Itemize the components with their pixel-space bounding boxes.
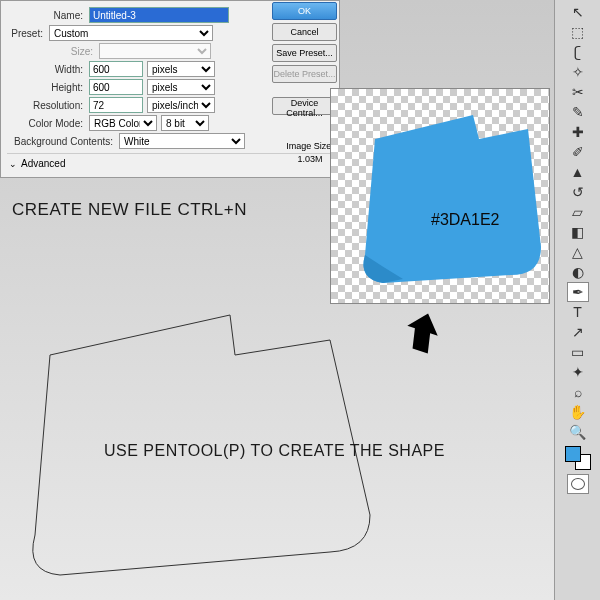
type-tool[interactable]: T — [567, 302, 589, 322]
foreground-swatch[interactable] — [565, 446, 581, 462]
move-tool[interactable]: ↖ — [567, 2, 589, 22]
3d-tool[interactable]: ✦ — [567, 362, 589, 382]
size-select — [99, 43, 211, 59]
blur-tool[interactable]: △ — [567, 242, 589, 262]
name-label: Name: — [7, 10, 89, 21]
arrow-icon — [400, 310, 440, 354]
path-select-tool[interactable]: ↗ — [567, 322, 589, 342]
width-label: Width: — [7, 64, 89, 75]
resolution-input[interactable] — [89, 97, 143, 113]
blue-shape-icon — [353, 107, 543, 287]
preset-label: Preset: — [7, 28, 49, 39]
bit-depth-select[interactable]: 8 bit — [161, 115, 209, 131]
history-brush-tool[interactable]: ↺ — [567, 182, 589, 202]
height-unit-select[interactable]: pixels — [147, 79, 215, 95]
bg-contents-select[interactable]: White — [119, 133, 245, 149]
ok-button[interactable]: OK — [272, 2, 337, 20]
delete-preset-button: Delete Preset... — [272, 65, 337, 83]
shape-tool[interactable]: ▭ — [567, 342, 589, 362]
3d-camera-tool[interactable]: ⌕ — [567, 382, 589, 402]
device-central-button[interactable]: Device Central... — [272, 97, 337, 115]
width-input[interactable] — [89, 61, 143, 77]
shape-preview-panel: #3DA1E2 — [330, 88, 550, 304]
width-unit-select[interactable]: pixels — [147, 61, 215, 77]
dialog-buttons: OK Cancel Save Preset... Delete Preset..… — [272, 2, 337, 115]
advanced-label: Advanced — [21, 158, 65, 169]
chevron-down-icon: ⌄ — [9, 159, 17, 169]
pentool-outline-shape — [0, 300, 380, 580]
annotation-pentool: USE PENTOOL(P) TO CREATE THE SHAPE — [104, 442, 445, 460]
lasso-tool[interactable]: ʗ — [567, 42, 589, 62]
zoom-tool[interactable]: 🔍 — [567, 422, 589, 442]
resolution-unit-select[interactable]: pixels/inch — [147, 97, 215, 113]
brush-tool[interactable]: ✐ — [567, 142, 589, 162]
quick-mask-button[interactable] — [567, 474, 589, 494]
height-label: Height: — [7, 82, 89, 93]
resolution-label: Resolution: — [7, 100, 89, 111]
color-mode-label: Color Mode: — [7, 118, 89, 129]
dodge-tool[interactable]: ◐ — [567, 262, 589, 282]
tools-panel: ↖⬚ʗ✧✂✎✚✐▲↺▱◧△◐✒T↗▭✦⌕✋🔍 — [554, 0, 600, 600]
wand-tool[interactable]: ✧ — [567, 62, 589, 82]
stamp-tool[interactable]: ▲ — [567, 162, 589, 182]
color-mode-select[interactable]: RGB Color — [89, 115, 157, 131]
eraser-tool[interactable]: ▱ — [567, 202, 589, 222]
hand-tool[interactable]: ✋ — [567, 402, 589, 422]
crop-tool[interactable]: ✂ — [567, 82, 589, 102]
preset-select[interactable]: Custom — [49, 25, 213, 41]
size-label: Size: — [7, 46, 99, 57]
color-code-label: #3DA1E2 — [431, 211, 500, 229]
save-preset-button[interactable]: Save Preset... — [272, 44, 337, 62]
color-swatches[interactable] — [563, 446, 593, 470]
bg-contents-label: Background Contents: — [7, 136, 119, 147]
marquee-tool[interactable]: ⬚ — [567, 22, 589, 42]
eyedropper-tool[interactable]: ✎ — [567, 102, 589, 122]
healing-tool[interactable]: ✚ — [567, 122, 589, 142]
height-input[interactable] — [89, 79, 143, 95]
cancel-button[interactable]: Cancel — [272, 23, 337, 41]
gradient-tool[interactable]: ◧ — [567, 222, 589, 242]
pen-tool[interactable]: ✒ — [567, 282, 589, 302]
annotation-create-file: CREATE NEW FILE CTRL+N — [12, 200, 247, 220]
name-input[interactable] — [89, 7, 229, 23]
